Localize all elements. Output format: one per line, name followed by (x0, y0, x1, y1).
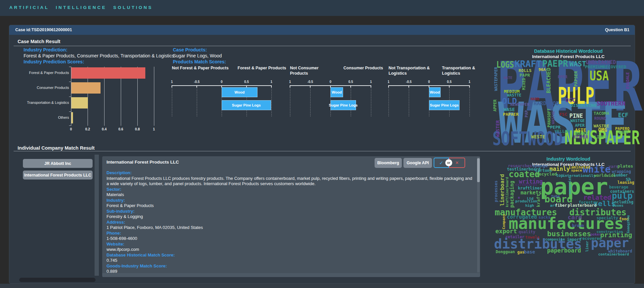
cloud-word: packaging (510, 181, 515, 208)
cloud-word: kraftliner (518, 186, 542, 190)
cloud-word: BARK (618, 130, 628, 134)
cloud-word: containerboard (598, 252, 629, 256)
field-value: Forestry & Logging (107, 214, 473, 220)
cloud-word: ECF (618, 112, 628, 118)
cloud-word: containers (610, 189, 634, 193)
gridline (172, 85, 172, 116)
bar: Sugar Pine Logs (330, 100, 356, 110)
cloud-word: base (524, 250, 535, 254)
axis-tick-label: 1 (289, 80, 291, 84)
cloud-word: corrugated (507, 215, 537, 220)
cloud-word: APPER (493, 100, 497, 111)
gridline (154, 67, 154, 126)
cloud-word: specialty (597, 216, 618, 220)
cloud-word: WASE (504, 107, 515, 112)
axis-tick-mark (69, 67, 71, 67)
cloud-word: leasing (617, 180, 634, 184)
field-value: 1-508-698-4600 (107, 236, 473, 242)
company-list-item[interactable]: JR Abbott Inc (23, 159, 93, 168)
cloud-word: PPER (558, 75, 567, 79)
field-label: Database Historical Match Score: (107, 252, 473, 258)
cloud-word: kraft (536, 194, 540, 207)
axis-tick-label: 0.4 (102, 127, 107, 131)
category-label: Consumer Products (23, 86, 69, 90)
field-value: 1 Patriot Place, Foxboro, MA 02035, Unit… (107, 225, 473, 231)
field-value: www.ifpcorp.com (107, 247, 473, 252)
cloud-word: OCC (565, 98, 576, 103)
cloud-word: WASTGE (570, 119, 585, 123)
cloud-word: PINE (569, 113, 583, 119)
axis-tick-label: 0.5 (348, 80, 353, 84)
match-chart-right-label: Forest & Paper Products (238, 65, 286, 71)
cloud-word: processes (494, 180, 498, 202)
case-id-label: Case id:TSD20190612000001 (15, 28, 72, 32)
brand-title: ARTIFICIAL INTELLIGENCE SOLUTIONS (9, 5, 153, 10)
question-label: Question B1 (605, 28, 629, 32)
company-list-item[interactable]: International Forest Products LLC (23, 171, 93, 180)
bar (71, 112, 73, 123)
cloud-word: quality (519, 230, 536, 234)
section-title-individual: Individual Company Match Result (18, 145, 95, 151)
axis-tick-label: 1 (388, 80, 390, 84)
axis-tick-label: 0 (329, 80, 331, 84)
bar (71, 67, 145, 79)
cloud-word: 96A (538, 68, 546, 72)
card-scrollbar-thumb[interactable] (477, 158, 480, 182)
cloud-word: Company (502, 214, 506, 229)
cloud-word: forestry (579, 200, 598, 204)
cloud-word: brown (572, 224, 584, 228)
company-list-panel: JR Abbott IncInternational Forest Produc… (19, 155, 99, 276)
cloud-word: sacks (538, 215, 550, 219)
cloud-word: beverage (609, 185, 628, 189)
match-chart: Not Transportation & LogisticsTransporta… (389, 65, 469, 118)
match-chart: Not Forest & Paper ProductsForest & Pape… (172, 65, 271, 118)
cloud-word: WAST4E (551, 111, 555, 124)
industry-prediction-label: Industry Prediction: (24, 47, 67, 52)
wordcloud-industry-words: papermanufacturesdistributespapermanufac… (492, 163, 644, 266)
bar: Wood (222, 87, 257, 97)
gridline (290, 85, 290, 116)
axis-tick-mark (388, 85, 389, 88)
match-chart-right-label: Consumer Products (343, 65, 383, 71)
cloud-word: PAPR (520, 73, 530, 77)
gridline (469, 85, 470, 116)
bar: Wood (330, 87, 343, 97)
section-rule-2 (14, 151, 631, 151)
match-chart-left-label: Not Forest & Paper Products (172, 65, 229, 71)
cloud-word: BLEACHED (546, 68, 551, 93)
axis-tick-label: 0 (428, 80, 430, 84)
match-chart: Not Consumer ProductsConsumer Products1-… (290, 65, 371, 118)
cloud-word: recycled (536, 172, 557, 176)
cloud-word: retailer (505, 235, 525, 239)
cloud-word: SOFTWOOD (492, 129, 563, 148)
section-rule (14, 46, 631, 46)
bottom-strip (0, 284, 644, 288)
cross-icon: ✕ (455, 160, 459, 165)
google-api-button[interactable]: Google API (403, 158, 432, 168)
gridline (371, 85, 371, 116)
axis-tick-mark (271, 85, 272, 88)
cloud-word: mainly (549, 166, 570, 172)
cloud-word: MIXED (522, 78, 526, 90)
cloud-word: Dongguan (496, 250, 515, 254)
cloud-word: tube (551, 194, 560, 198)
card-horizontal-scrollbar[interactable] (102, 273, 480, 277)
wordcloud-db-words: PAPERWASTESOFTWOODNEWSPAPERPULPUSALOGSKR… (492, 59, 644, 150)
axis-tick-mark (69, 111, 71, 112)
bloomberg-button[interactable]: Bloomberg (375, 158, 402, 168)
cloud-word: RECOVERED (603, 65, 626, 69)
axis-tick-label: 0.5 (244, 80, 249, 84)
industry-prediction-scores-label: Industry Prediction Scores: (24, 59, 84, 64)
industry-prediction-value: Forest & Paper Products, Consumer Produc… (24, 53, 174, 58)
industry-prediction-chart: 00.20.40.60.81Forest & Paper ProductsCon… (23, 67, 156, 133)
cloud-word: space (571, 169, 582, 172)
field-label: Sub-industry: (107, 209, 473, 214)
cloud-word: linerboard (500, 174, 505, 206)
field-label: Goods-Industry Match Score: (107, 263, 473, 269)
company-list-scrollbar[interactable] (95, 155, 99, 276)
top-navbar: ARTIFICIAL INTELLIGENCE SOLUTIONS (0, 0, 644, 16)
cloud-word: TACOMA (594, 111, 609, 115)
axis-tick-mark (69, 97, 71, 97)
cloud-word: PAP (525, 110, 529, 117)
company-list-horizontal-scrollbar[interactable] (19, 278, 96, 282)
